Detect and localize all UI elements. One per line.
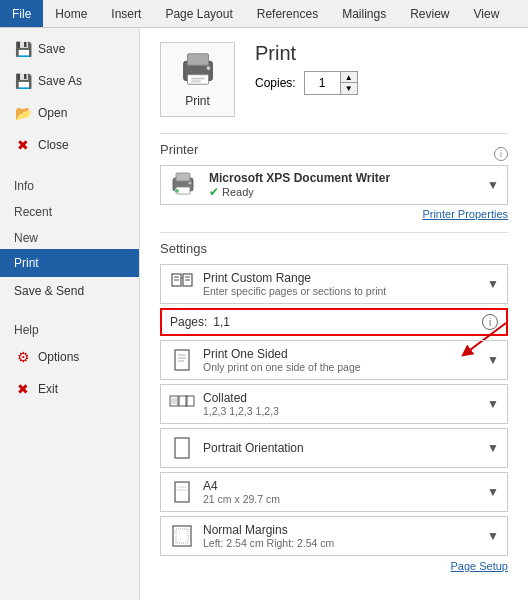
sidebar-item-print[interactable]: Print (0, 249, 139, 277)
tab-page-layout[interactable]: Page Layout (153, 0, 244, 27)
print-title: Print (255, 42, 358, 65)
pages-info-icon[interactable]: i (482, 314, 498, 330)
printer-info-icon[interactable]: i (494, 147, 508, 161)
printer-device-icon: ✓ (169, 172, 197, 199)
close-icon: ✖ (14, 136, 32, 154)
pages-row: Pages: i (160, 308, 508, 336)
paper-size-text: A4 21 cm x 29.7 cm (203, 479, 479, 505)
margins-icon (169, 523, 195, 549)
settings-item-margins[interactable]: Normal Margins Left: 2.54 cm Right: 2.54… (160, 516, 508, 556)
custom-range-text: Print Custom Range Enter specific pages … (203, 271, 479, 297)
sidebar-item-exit[interactable]: ✖ Exit (0, 373, 139, 405)
tab-references[interactable]: References (245, 0, 330, 27)
exit-icon: ✖ (14, 380, 32, 398)
copies-spinner[interactable]: ▲ ▼ (304, 71, 358, 95)
printer-name: Microsoft XPS Document Writer (209, 171, 390, 185)
collated-sub: 1,2,3 1,2,3 1,2,3 (203, 405, 479, 417)
open-icon: 📂 (14, 104, 32, 122)
main-layout: 💾 Save 💾 Save As 📂 Open ✖ Close Info Rec… (0, 28, 528, 600)
sidebar-item-open[interactable]: 📂 Open (0, 97, 139, 129)
sidebar-item-options[interactable]: ⚙ Options (0, 341, 139, 373)
sidebar-item-close-label: Close (38, 138, 69, 152)
svg-point-9 (189, 181, 192, 184)
svg-rect-2 (187, 75, 208, 85)
printer-section-header: Printer (160, 142, 198, 157)
orientation-arrow-icon: ▼ (487, 441, 499, 455)
margins-title: Normal Margins (203, 523, 479, 537)
paper-size-sub: 21 cm x 29.7 cm (203, 493, 479, 505)
sidebar-item-exit-label: Exit (38, 382, 58, 396)
copies-row: Copies: ▲ ▼ (255, 71, 358, 95)
printer-dropdown-arrow-icon: ▼ (487, 178, 499, 192)
orientation-title: Portrait Orientation (203, 441, 479, 455)
sidebar-item-print-label: Print (14, 256, 39, 270)
custom-range-arrow-icon: ▼ (487, 277, 499, 291)
collated-title: Collated (203, 391, 479, 405)
one-sided-arrow-icon: ▼ (487, 353, 499, 367)
tab-insert[interactable]: Insert (99, 0, 153, 27)
settings-section: Settings Print Custom Range (160, 241, 508, 572)
settings-item-collated[interactable]: Collated 1,2,3 1,2,3 1,2,3 ▼ (160, 384, 508, 424)
tab-home[interactable]: Home (43, 0, 99, 27)
sidebar-item-save[interactable]: 💾 Save (0, 33, 139, 65)
printer-dropdown[interactable]: ✓ Microsoft XPS Document Writer ✔ Ready … (160, 165, 508, 205)
orientation-text: Portrait Orientation (203, 441, 479, 455)
sidebar-section-new: New (0, 223, 139, 249)
tab-file[interactable]: File (0, 0, 43, 27)
one-sided-title: Print One Sided (203, 347, 479, 361)
one-sided-text: Print One Sided Only print on one side o… (203, 347, 479, 373)
svg-rect-21 (175, 350, 189, 370)
svg-rect-3 (191, 78, 204, 80)
portrait-icon (169, 435, 195, 461)
sidebar-item-save-as[interactable]: 💾 Save As (0, 65, 139, 97)
copies-increment-button[interactable]: ▲ (341, 72, 357, 83)
printer-status: ✔ Ready (209, 185, 390, 199)
margins-sub: Left: 2.54 cm Right: 2.54 cm (203, 537, 479, 549)
sidebar-section-recent: Recent (0, 197, 139, 223)
page-setup-link[interactable]: Page Setup (160, 560, 508, 572)
sidebar-section-help: Help (0, 315, 139, 341)
tab-review[interactable]: Review (398, 0, 461, 27)
margins-text: Normal Margins Left: 2.54 cm Right: 2.54… (203, 523, 479, 549)
pages-input[interactable] (213, 315, 482, 329)
pages-label: Pages: (170, 315, 207, 329)
printer-properties-link[interactable]: Printer Properties (160, 208, 508, 220)
copies-decrement-button[interactable]: ▼ (341, 83, 357, 94)
sidebar-item-close[interactable]: ✖ Close (0, 129, 139, 161)
svg-rect-7 (176, 173, 190, 181)
settings-item-orientation[interactable]: Portrait Orientation ▼ (160, 428, 508, 468)
options-icon: ⚙ (14, 348, 32, 366)
print-button-label: Print (185, 94, 210, 108)
svg-rect-4 (191, 80, 201, 82)
svg-point-5 (206, 66, 210, 70)
save-as-icon: 💾 (14, 72, 32, 90)
tab-mailings[interactable]: Mailings (330, 0, 398, 27)
print-info: Print Copies: ▲ ▼ (255, 42, 358, 95)
one-sided-icon (169, 347, 195, 373)
svg-rect-36 (176, 529, 188, 543)
settings-item-custom-range[interactable]: Print Custom Range Enter specific pages … (160, 264, 508, 304)
svg-text:✓: ✓ (176, 189, 179, 193)
tab-view[interactable]: View (462, 0, 512, 27)
copies-input[interactable] (305, 72, 341, 94)
svg-rect-31 (175, 438, 189, 458)
collated-icon (169, 391, 195, 417)
ribbon-tabs: File Home Insert Page Layout References … (0, 0, 528, 28)
sidebar-item-save-send[interactable]: Save & Send (0, 277, 139, 305)
ready-check-icon: ✔ (209, 185, 219, 199)
sidebar-item-open-label: Open (38, 106, 67, 120)
save-icon: 💾 (14, 40, 32, 58)
settings-item-paper-size[interactable]: A4 21 cm x 29.7 cm ▼ (160, 472, 508, 512)
print-button[interactable]: Print (160, 42, 235, 117)
svg-rect-32 (175, 482, 189, 502)
copies-spinner-btns: ▲ ▼ (341, 72, 357, 94)
sidebar-item-save-as-label: Save As (38, 74, 82, 88)
a4-icon (169, 479, 195, 505)
collated-arrow-icon: ▼ (487, 397, 499, 411)
printer-large-icon (178, 51, 218, 90)
settings-item-one-sided[interactable]: Print One Sided Only print on one side o… (160, 340, 508, 380)
paper-size-title: A4 (203, 479, 479, 493)
custom-range-title: Print Custom Range (203, 271, 479, 285)
sidebar-section-info: Info (0, 171, 139, 197)
settings-section-header: Settings (160, 241, 508, 256)
